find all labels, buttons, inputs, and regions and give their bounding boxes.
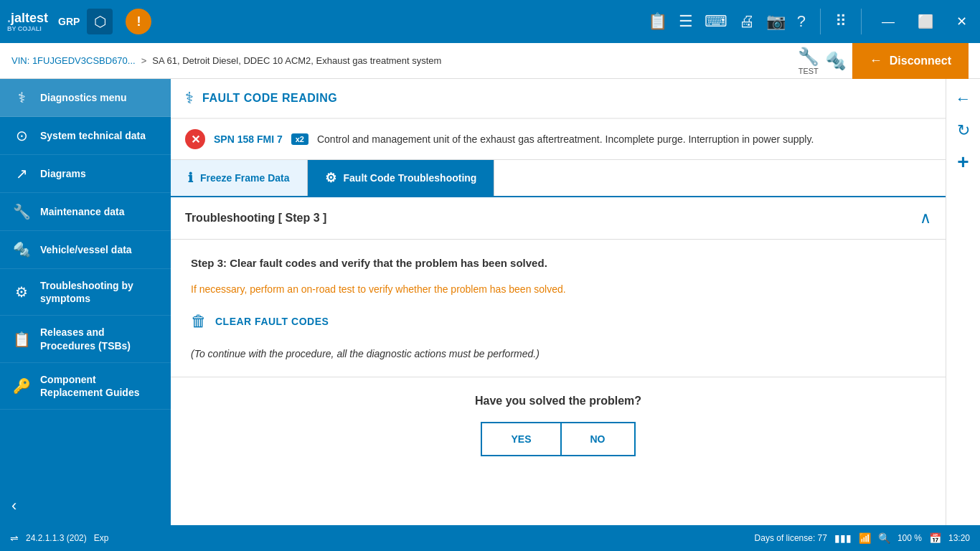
status-bar: ⇌ 24.2.1.1.3 (202) Exp Days of license: … [0, 525, 980, 551]
tab-freeze-frame[interactable]: ℹ Freeze Frame Data [171, 160, 308, 196]
collapse-icon: ‹ [11, 496, 17, 514]
logo-text: .jaltest BY COJALI [7, 11, 48, 32]
disconnect-button[interactable]: ← Disconnect [852, 43, 969, 79]
sidebar-item-vehicle-vessel-data[interactable]: 🔩 Vehicle/vessel data [0, 231, 171, 269]
document-icon[interactable]: 📋 [648, 12, 667, 31]
usb-icon: ⇌ [10, 532, 19, 544]
step-collapse-button[interactable]: ∧ [920, 209, 931, 227]
sidebar-item-diagrams[interactable]: ↗ Diagrams [0, 155, 171, 193]
sidebar-item-troubleshooting-symptoms-label: Troubleshooting by symptoms [40, 279, 159, 305]
test-button-1[interactable]: 🔧 TEST [798, 47, 819, 75]
sidebar-item-troubleshooting-by-symptoms[interactable]: ⚙ Troubleshooting by symptoms [0, 269, 171, 316]
close-button[interactable]: ✕ [951, 11, 973, 32]
fault-badge: x2 [291, 133, 308, 145]
disconnect-arrow-icon: ← [870, 53, 882, 68]
test-buttons: 🔧 TEST 🔩 [798, 47, 847, 75]
add-button[interactable]: + [949, 148, 978, 176]
step-description: Step 3: Clear fault codes and verify tha… [191, 257, 925, 269]
vin-breadcrumb[interactable]: VIN: 1FUJGEDV3CSBD670... [11, 55, 136, 66]
freeze-frame-tab-label: Freeze Frame Data [200, 172, 290, 184]
zoom-text: 100 % [897, 533, 922, 543]
keyboard-icon[interactable]: ⌨ [705, 12, 727, 31]
disconnect-label: Disconnect [890, 55, 951, 67]
alert-icon[interactable]: ! [126, 9, 151, 34]
releases-icon: 📋 [11, 331, 32, 348]
main-layout: ⚕ Diagnostics menu ⊙ System technical da… [0, 79, 980, 525]
top-bar: .jaltest BY COJALI GRP ⬡ ! 📋 ☰ ⌨ 🖨 📷 ? ⠿… [0, 0, 980, 43]
sidebar-item-releases-procedures[interactable]: 📋 Releases and Procedures (TSBs) [0, 316, 171, 362]
sidebar-item-releases-label: Releases and Procedures (TSBs) [40, 326, 159, 352]
diagnostics-menu-icon: ⚕ [11, 89, 32, 106]
sidebar-collapse-button[interactable]: ‹ [0, 486, 171, 525]
yes-button[interactable]: YES [481, 422, 560, 456]
disclaimer-text: (To continue with the procedure, all the… [191, 348, 925, 359]
clear-fault-codes-link[interactable]: CLEAR FAULT CODES [215, 316, 329, 327]
zoom-icon: 🔍 [878, 532, 890, 544]
sidebar-item-maintenance-data-label: Maintenance data [40, 205, 124, 218]
wifi-icon: 📶 [859, 532, 871, 544]
trash-icon: 🗑 [191, 312, 207, 331]
diagrams-icon: ↗ [11, 165, 32, 182]
troubleshooting-content: Troubleshooting [ Step 3 ] ∧ Step 3: Cle… [171, 197, 946, 525]
test-icon-1: 🔧 [798, 47, 819, 67]
troubleshooting-symptoms-icon: ⚙ [11, 283, 32, 301]
test-button-2[interactable]: 🔩 [825, 51, 847, 71]
step-header: Troubleshooting [ Step 3 ] ∧ [171, 197, 946, 240]
maximize-button[interactable]: ⬜ [912, 11, 939, 32]
sidebar-item-vehicle-vessel-label: Vehicle/vessel data [40, 243, 132, 256]
license-days-text: Days of license: 77 [755, 533, 827, 543]
sidebar-item-maintenance-data[interactable]: 🔧 Maintenance data [0, 193, 171, 231]
fault-error-icon: ✕ [185, 129, 205, 149]
print-icon[interactable]: 🖨 [739, 12, 755, 31]
fault-code-troubleshooting-tab-label: Fault Code Troubleshooting [344, 172, 477, 184]
fault-code-icon: ⚕ [185, 89, 194, 108]
clear-fault-action: 🗑 CLEAR FAULT CODES [191, 312, 925, 331]
freeze-frame-tab-icon: ℹ [188, 170, 193, 186]
list-icon[interactable]: ☰ [679, 12, 693, 31]
back-button[interactable]: ← [949, 85, 978, 113]
tabs-row: ℹ Freeze Frame Data ⚙ Fault Code Trouble… [171, 160, 946, 197]
right-action-bar: ← ↻ + [946, 79, 980, 525]
breadcrumb-separator: > [141, 55, 147, 66]
fault-row: ✕ SPN 158 FMI 7 x2 Control and managemen… [171, 119, 946, 160]
test-icon-2: 🔩 [825, 51, 847, 71]
test-label: TEST [798, 67, 819, 75]
no-button[interactable]: NO [561, 422, 636, 456]
refresh-button[interactable]: ↻ [949, 116, 978, 145]
maintenance-data-icon: 🔧 [11, 203, 32, 220]
back-arrow-icon: ← [956, 90, 971, 108]
sidebar: ⚕ Diagnostics menu ⊙ System technical da… [0, 79, 171, 525]
sidebar-item-system-technical-data-label: System technical data [40, 129, 146, 142]
minimize-button[interactable]: — [876, 11, 900, 32]
fault-code: SPN 158 FMI 7 [214, 133, 283, 145]
cube-icon[interactable]: ⬡ [87, 9, 113, 34]
vehicle-vessel-icon: 🔩 [11, 241, 32, 258]
battery-icon: ▮▮▮ [834, 532, 852, 544]
sidebar-item-component-replacement[interactable]: 🔑 Component Replacement Guides [0, 363, 171, 410]
camera-icon[interactable]: 📷 [766, 12, 786, 31]
top-bar-icons: 📋 ☰ ⌨ 🖨 📷 ? ⠿ — ⬜ ✕ [648, 9, 973, 34]
sidebar-item-system-technical-data[interactable]: ⊙ System technical data [0, 117, 171, 155]
help-icon[interactable]: ? [797, 12, 806, 31]
version-text: 24.2.1.1.3 (202) [26, 533, 87, 543]
plus-icon: + [957, 151, 969, 174]
sidebar-item-component-replacement-label: Component Replacement Guides [40, 373, 159, 399]
divider2 [861, 9, 862, 34]
logo-area: .jaltest BY COJALI [7, 11, 48, 32]
ts-body: Step 3: Clear fault codes and verify tha… [171, 240, 946, 377]
sidebar-item-diagnostics-menu[interactable]: ⚕ Diagnostics menu [0, 79, 171, 117]
grid-icon[interactable]: ⠿ [835, 12, 847, 31]
tab-fault-code-troubleshooting[interactable]: ⚙ Fault Code Troubleshooting [308, 160, 495, 196]
exp-text: Exp [94, 533, 109, 543]
step-title: Troubleshooting [ Step 3 ] [185, 212, 326, 225]
step-note: If necessary, perform an on-road test to… [191, 283, 925, 295]
troubleshooting-tab-icon: ⚙ [325, 170, 336, 186]
sidebar-item-diagrams-label: Diagrams [40, 167, 86, 180]
question-text: Have you solved the problem? [191, 395, 925, 408]
component-replacement-icon: 🔑 [11, 377, 32, 395]
question-area: Have you solved the problem? YES NO [171, 377, 946, 474]
breadcrumb-bar: VIN: 1FUJGEDV3CSBD670... > SA 61, Detroi… [0, 43, 980, 79]
calendar-icon: 📅 [929, 532, 941, 544]
refresh-icon: ↻ [957, 121, 970, 140]
grp-label: GRP [58, 16, 80, 27]
